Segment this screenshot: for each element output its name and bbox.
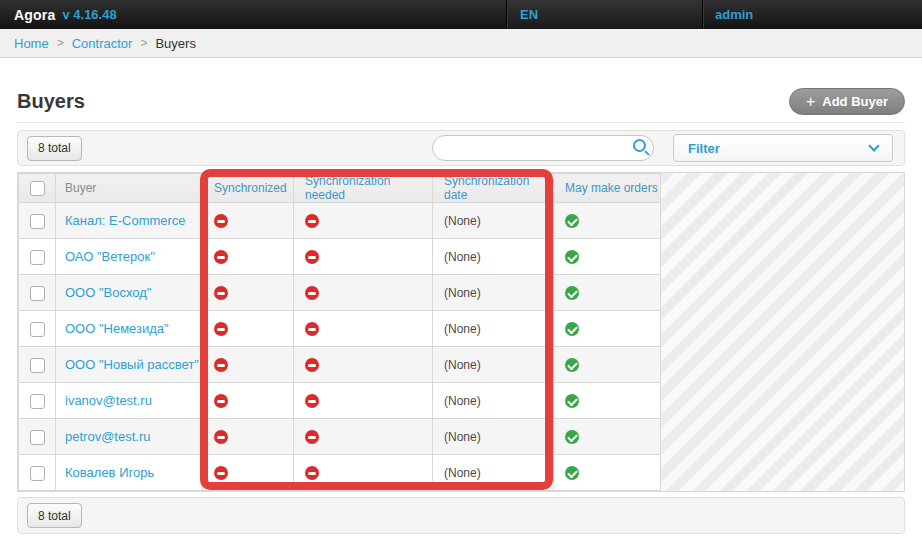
language-label: EN xyxy=(520,7,538,22)
may-make-orders-cell xyxy=(554,347,661,383)
buyer-link[interactable]: ООО "Восход" xyxy=(65,285,151,300)
synchronization-needed-cell xyxy=(294,383,433,419)
page-header: Buyers + Add Buyer xyxy=(17,88,905,115)
row-checkbox[interactable] xyxy=(30,250,45,265)
buyer-cell: Канал: E-Commerce xyxy=(56,203,203,239)
may-make-orders-status-icon xyxy=(565,322,579,336)
breadcrumb-separator: > xyxy=(140,36,147,50)
synchronization-needed-cell xyxy=(294,239,433,275)
table-row: ivanov@test.ru (None) xyxy=(19,383,661,419)
row-checkbox[interactable] xyxy=(30,358,45,373)
may-make-orders-cell xyxy=(554,203,661,239)
table-row: ООО "Восход" (None) xyxy=(19,275,661,311)
row-checkbox-cell xyxy=(19,275,56,311)
buyer-cell: ООО "Немезида" xyxy=(56,311,203,347)
buyer-link[interactable]: ivanov@test.ru xyxy=(65,393,152,408)
add-buyer-label: Add Buyer xyxy=(822,94,888,109)
row-checkbox[interactable] xyxy=(30,286,45,301)
table-row: ООО "Немезида" (None) xyxy=(19,311,661,347)
empty-area-hatch xyxy=(661,173,904,491)
total-count-button[interactable]: 8 total xyxy=(27,136,82,161)
page: Agora v 4.16.48 EN admin Home > Contract… xyxy=(0,0,922,538)
row-checkbox-cell xyxy=(19,311,56,347)
synchronized-status-icon xyxy=(214,286,228,300)
toolbar: 8 total Filter xyxy=(17,130,905,166)
synchronization-date-value: (None) xyxy=(444,286,481,300)
language-menu[interactable]: EN xyxy=(506,0,702,29)
filter-dropdown[interactable]: Filter xyxy=(673,134,893,162)
synchronization-date-cell: (None) xyxy=(433,203,554,239)
row-checkbox-cell xyxy=(19,455,56,491)
select-all-checkbox[interactable] xyxy=(30,181,45,196)
buyer-cell: ООО "Новый рассвет" xyxy=(56,347,203,383)
col-header-may-make-orders[interactable]: May make orders xyxy=(565,181,658,195)
may-make-orders-cell xyxy=(554,275,661,311)
page-title: Buyers xyxy=(17,90,85,113)
app-brand: Agora xyxy=(14,7,55,23)
breadcrumb-contractor[interactable]: Contractor xyxy=(72,36,133,51)
row-checkbox[interactable] xyxy=(30,214,45,229)
row-checkbox[interactable] xyxy=(30,430,45,445)
buyer-link[interactable]: petrov@test.ru xyxy=(65,429,150,444)
col-header-synchronization-date[interactable]: Synchronization date xyxy=(444,174,529,202)
table-header-row: Buyer Synchronized Synchronization neede… xyxy=(19,174,661,203)
synchronization-needed-cell xyxy=(294,203,433,239)
topbar: Agora v 4.16.48 EN admin xyxy=(0,0,922,29)
search-input[interactable] xyxy=(432,135,654,161)
may-make-orders-cell xyxy=(554,383,661,419)
synchronized-status-icon xyxy=(214,394,228,408)
synchronization-needed-cell xyxy=(294,455,433,491)
breadcrumb-home[interactable]: Home xyxy=(14,36,49,51)
synchronized-cell xyxy=(203,275,294,311)
may-make-orders-status-icon xyxy=(565,466,579,480)
search-icon[interactable] xyxy=(633,139,646,152)
buyer-link[interactable]: ОАО "Ветерок" xyxy=(65,249,155,264)
filter-label: Filter xyxy=(688,141,720,156)
synchronization-date-value: (None) xyxy=(444,430,481,444)
synchronized-cell xyxy=(203,203,294,239)
row-checkbox[interactable] xyxy=(30,394,45,409)
buyer-link[interactable]: Ковалев Игорь xyxy=(65,465,154,480)
row-checkbox[interactable] xyxy=(30,466,45,481)
col-header-buyer: Buyer xyxy=(65,181,96,195)
breadcrumb: Home > Contractor > Buyers xyxy=(0,29,922,58)
table-row: ОАО "Ветерок" (None) xyxy=(19,239,661,275)
divider xyxy=(17,122,905,123)
synchronization-date-value: (None) xyxy=(444,466,481,480)
buyer-link[interactable]: ООО "Новый рассвет" xyxy=(65,357,199,372)
buyer-link[interactable]: ООО "Немезида" xyxy=(65,321,169,336)
table-row: ООО "Новый рассвет" (None) xyxy=(19,347,661,383)
col-header-synchronized[interactable]: Synchronized xyxy=(214,181,287,195)
synchronization-needed-cell xyxy=(294,275,433,311)
row-checkbox-cell xyxy=(19,203,56,239)
synchronized-cell xyxy=(203,383,294,419)
table-row: petrov@test.ru (None) xyxy=(19,419,661,455)
col-header-synchronization-needed[interactable]: Synchronization needed xyxy=(305,174,390,202)
synchronized-cell xyxy=(203,419,294,455)
may-make-orders-status-icon xyxy=(565,394,579,408)
synchronized-status-icon xyxy=(214,466,228,480)
may-make-orders-cell xyxy=(554,455,661,491)
synchronization-date-cell: (None) xyxy=(433,455,554,491)
synchronization-date-value: (None) xyxy=(444,394,481,408)
user-label: admin xyxy=(715,7,753,22)
brand-area: Agora v 4.16.48 xyxy=(0,0,506,29)
synchronization-date-cell: (None) xyxy=(433,419,554,455)
row-checkbox[interactable] xyxy=(30,322,45,337)
synchronized-cell xyxy=(203,455,294,491)
total-count-button-bottom[interactable]: 8 total xyxy=(27,503,82,528)
row-checkbox-cell xyxy=(19,239,56,275)
synchronized-status-icon xyxy=(214,214,228,228)
footer-toolbar: 8 total xyxy=(17,497,905,534)
may-make-orders-status-icon xyxy=(565,286,579,300)
search-box xyxy=(432,135,654,161)
synchronization-needed-cell xyxy=(294,311,433,347)
buyer-cell: ivanov@test.ru xyxy=(56,383,203,419)
synchronized-cell xyxy=(203,239,294,275)
add-buyer-button[interactable]: + Add Buyer xyxy=(789,88,905,115)
table-row: Канал: E-Commerce (None) xyxy=(19,203,661,239)
user-menu[interactable]: admin xyxy=(702,0,922,29)
buyer-cell: ООО "Восход" xyxy=(56,275,203,311)
synchronization-needed-status-icon xyxy=(305,322,319,336)
buyer-link[interactable]: Канал: E-Commerce xyxy=(65,213,186,228)
